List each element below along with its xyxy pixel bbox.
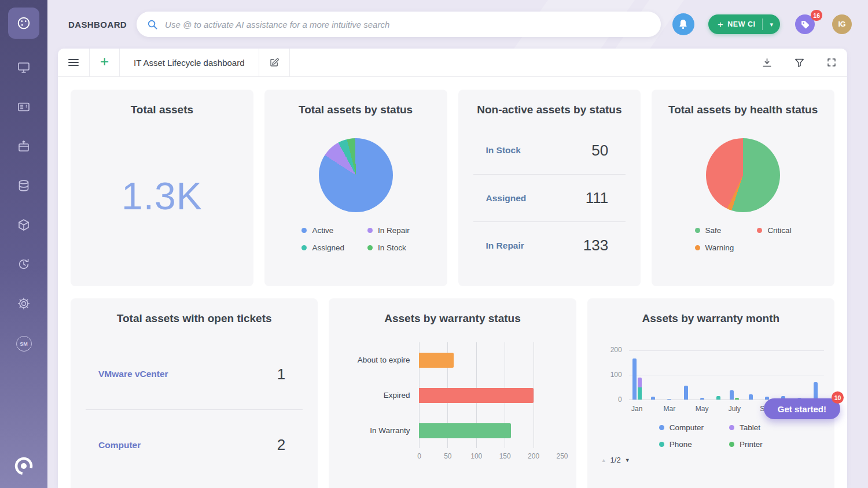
sidebar-item-inventory[interactable] (17, 218, 31, 232)
edit-dashboard-button[interactable] (259, 49, 290, 76)
sidebar-item-catalog[interactable] (17, 100, 31, 114)
hbar-bar[interactable] (419, 388, 534, 403)
warranty-status-chart: About to expireExpiredIn Warranty 050100… (329, 342, 576, 464)
legend-dot (367, 228, 373, 233)
new-ci-main[interactable]: + NEW CI (708, 20, 763, 29)
tab-it-asset-lifecycle[interactable]: IT Asset Lifecycle dashboard (120, 49, 259, 76)
vbar-tablet[interactable] (638, 378, 642, 387)
vbar-y-tick: 200 (601, 346, 622, 354)
vbar-computer[interactable] (684, 386, 688, 400)
page-title: DASHBOARD (68, 20, 127, 29)
legend-dot (659, 442, 664, 447)
legend-item: Critical (757, 226, 791, 235)
new-ci-button[interactable]: + NEW CI ▾ (708, 14, 780, 34)
vbar-computer[interactable] (632, 358, 637, 400)
stat-label[interactable]: Assigned (486, 193, 527, 204)
search-input[interactable] (165, 20, 650, 29)
toolbar-spacer (290, 49, 762, 76)
hbar-bar[interactable] (419, 423, 510, 438)
vbar-phone[interactable] (638, 387, 642, 400)
vbar-month-slot (742, 351, 759, 400)
stat-label[interactable]: In Stock (486, 145, 521, 156)
pager-up-icon[interactable]: ▲ (601, 457, 606, 463)
health-pie-chart[interactable] (706, 138, 780, 212)
dashboard-menu-button[interactable] (58, 49, 90, 76)
status-pie-legend: ActiveIn RepairAssignedIn Stock (301, 226, 409, 252)
sidebar-item-sm[interactable]: SM (16, 336, 32, 352)
vbar-month-label (742, 405, 759, 413)
legend-dot (695, 228, 700, 233)
sidebar-item-database[interactable] (17, 179, 31, 193)
sidebar-item-assets[interactable] (17, 139, 31, 153)
legend-item: Printer (729, 440, 763, 449)
vbar-stack (716, 396, 720, 400)
sidebar-item-devices[interactable] (17, 61, 31, 75)
global-search[interactable] (137, 12, 661, 37)
stat-label[interactable]: In Repair (486, 241, 524, 251)
add-dashboard-button[interactable]: + (90, 49, 120, 76)
sidebar: SM (0, 0, 47, 488)
vbar-computer[interactable] (651, 397, 655, 400)
vbar-computer[interactable] (749, 394, 753, 400)
vbar-month-slot (726, 351, 742, 400)
sidebar-item-settings[interactable] (17, 297, 31, 310)
get-started-label: Get started! (778, 404, 826, 414)
legend-item: Warning (695, 243, 734, 252)
chevron-down-icon: ▾ (770, 21, 773, 28)
legend-label: Safe (705, 226, 722, 235)
vbar-printer[interactable] (735, 398, 739, 400)
legend-label: Computer (670, 423, 704, 432)
stat-row: In Repair133 (473, 221, 626, 269)
legend-label: In Repair (378, 226, 410, 235)
status-pie-chart[interactable] (319, 138, 393, 212)
vbar-computer[interactable] (814, 382, 818, 400)
hbar-bar[interactable] (419, 353, 453, 368)
avatar[interactable]: IG (832, 14, 852, 34)
pager-down-icon[interactable]: ▼ (625, 457, 630, 463)
hbar-category-label: About to expire (343, 342, 419, 378)
legend-item: Computer (659, 423, 704, 432)
legend-dot (301, 245, 307, 250)
card-title: Assets by warranty status (329, 312, 576, 325)
stat-row: In Stock50 (473, 127, 626, 174)
legend-label: Warning (705, 243, 734, 252)
filter-button[interactable] (794, 57, 805, 68)
vbar-computer[interactable] (765, 397, 769, 400)
stat-label[interactable]: VMware vCenter (98, 369, 168, 379)
sidebar-item-history[interactable] (17, 257, 31, 271)
vbar-computer[interactable] (667, 399, 671, 400)
dashboard-content: Total assets 1.3K Total assets by status… (58, 77, 847, 488)
tags-button[interactable]: 16 (795, 14, 815, 34)
brand-logo[interactable] (12, 454, 35, 478)
vbar-month-slot (759, 351, 775, 400)
stat-value: 133 (583, 236, 608, 254)
hbar-x-axis: 050100150200250 (419, 452, 562, 464)
tab-label: IT Asset Lifecycle dashboard (134, 58, 245, 68)
card-warranty-month: Assets by warranty month 0100200 JanMarM… (587, 298, 834, 488)
vbar-stack (735, 398, 739, 400)
notifications-button[interactable] (672, 13, 694, 35)
dashboard-toolbar: + IT Asset Lifecycle dashboard (58, 49, 847, 77)
app-launcher-button[interactable] (8, 8, 39, 39)
legend-dot (301, 228, 307, 233)
legend-item: Assigned (301, 243, 344, 252)
vbar-month-slot (792, 351, 808, 400)
vbar-computer[interactable] (730, 390, 734, 400)
new-ci-dropdown[interactable]: ▾ (763, 21, 780, 28)
vbar-phone[interactable] (716, 396, 720, 400)
legend-dot (695, 245, 700, 250)
stat-label[interactable]: Computer (98, 440, 141, 450)
fullscreen-button[interactable] (826, 57, 837, 68)
legend-item: Phone (659, 440, 704, 449)
tags-badge: 16 (811, 10, 822, 21)
sm-badge-label: SM (20, 341, 28, 347)
legend-item: In Repair (367, 226, 410, 235)
download-button[interactable] (762, 57, 773, 68)
vbar-plot-area: 0100200 (629, 350, 824, 400)
get-started-button[interactable]: Get started! 10 (764, 398, 840, 419)
vbar-month-slot (775, 351, 792, 400)
card-health-status: Total assets by health status SafeCritic… (652, 90, 834, 286)
chart-pager: ▲ 1/2 ▼ (601, 456, 834, 464)
vbar-stack (638, 378, 642, 400)
vbar-computer[interactable] (700, 398, 704, 400)
